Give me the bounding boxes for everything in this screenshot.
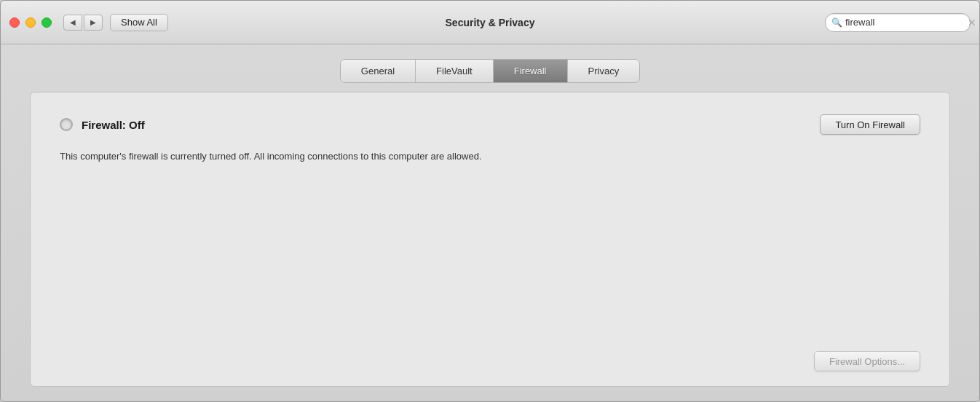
tab-filevault[interactable]: FileVault xyxy=(416,60,494,82)
tab-bar: General FileVault Firewall Privacy xyxy=(340,59,640,83)
window-controls xyxy=(9,17,52,28)
tab-firewall[interactable]: Firewall xyxy=(494,60,568,82)
search-clear-icon[interactable]: ✕ xyxy=(968,17,976,28)
minimize-button[interactable] xyxy=(25,17,36,28)
maximize-button[interactable] xyxy=(42,17,52,28)
tab-firewall-label: Firewall xyxy=(514,66,547,76)
firewall-status-label: Firewall: Off xyxy=(82,119,145,131)
nav-arrows: ◀ ▶ xyxy=(63,15,103,31)
content-area: General FileVault Firewall Privacy Firew… xyxy=(1,44,979,401)
options-row: Firewall Options... xyxy=(814,351,920,371)
forward-button[interactable]: ▶ xyxy=(84,15,103,31)
status-left: Firewall: Off xyxy=(60,118,145,131)
firewall-description: This computer's firewall is currently tu… xyxy=(60,149,569,165)
tab-privacy[interactable]: Privacy xyxy=(568,60,640,82)
window-title: Security & Privacy xyxy=(446,17,535,28)
search-icon: 🔍 xyxy=(831,17,842,28)
title-bar: ◀ ▶ Show All Security & Privacy 🔍 ✕ xyxy=(1,1,979,44)
close-button[interactable] xyxy=(9,17,20,28)
tab-filevault-label: FileVault xyxy=(436,66,473,76)
back-button[interactable]: ◀ xyxy=(63,15,82,31)
firewall-status-radio xyxy=(60,118,73,131)
tab-privacy-label: Privacy xyxy=(588,66,620,76)
main-window: ◀ ▶ Show All Security & Privacy 🔍 ✕ Gene… xyxy=(0,0,980,402)
firewall-options-button[interactable]: Firewall Options... xyxy=(814,351,920,371)
tab-general[interactable]: General xyxy=(341,60,416,82)
turn-on-firewall-button[interactable]: Turn On Firewall xyxy=(820,114,920,135)
search-box: 🔍 ✕ xyxy=(825,13,971,32)
search-input[interactable] xyxy=(845,17,968,28)
tab-general-label: General xyxy=(361,66,395,76)
firewall-panel: Firewall: Off Turn On Firewall This comp… xyxy=(30,92,950,387)
show-all-button[interactable]: Show All xyxy=(110,14,168,31)
firewall-status-row: Firewall: Off Turn On Firewall xyxy=(60,114,920,135)
